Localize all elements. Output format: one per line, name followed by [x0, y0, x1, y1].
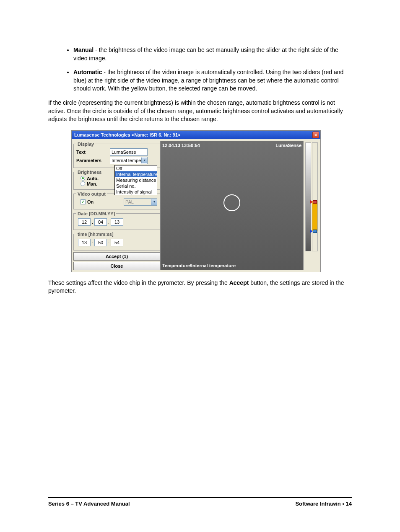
label-text: Text — [76, 150, 110, 155]
group-date-legend: Date [DD.MM.YY] — [76, 211, 116, 216]
slider-gray[interactable] — [305, 142, 311, 251]
preview-datetime: 12.04.13 13:50:54 — [162, 143, 200, 148]
close-icon[interactable]: × — [312, 132, 319, 138]
dropdown-opt-off[interactable]: Off — [115, 165, 157, 171]
chevron-down-icon: ▾ — [151, 199, 157, 205]
radio-man-label: Man. — [87, 181, 97, 186]
video-std-value: PAL — [125, 199, 134, 204]
group-date: Date [DD.MM.YY] 12 . 04 . 13 — [73, 211, 160, 230]
document-page: Manual - the brightness of the video ima… — [0, 0, 400, 532]
group-display-legend: Display — [76, 142, 95, 147]
time-min[interactable]: 50 — [94, 239, 107, 246]
paragraph-range: If the circle (representing the current … — [48, 99, 352, 124]
date-month[interactable]: 04 — [94, 218, 107, 226]
app-window: Lumasense Technologies <Name: ISR 6. Nr.… — [71, 130, 321, 272]
brightness-sliders — [305, 142, 318, 269]
preview-brand: LumaSense — [275, 143, 301, 148]
dropdown-opt-serial-no[interactable]: Serial no. — [115, 183, 157, 189]
parameters-dropdown[interactable]: Off Internal temperature Measuring dista… — [114, 165, 157, 195]
bullet-auto-label: Automatic — [73, 69, 102, 75]
checkbox-on-label: On — [87, 199, 94, 204]
dropdown-opt-measuring-distance[interactable]: Measuring distance — [115, 177, 157, 183]
bullet-manual: Manual - the brightness of the video ima… — [73, 46, 352, 62]
window-title: Lumasense Technologies <Name: ISR 6. Nr.… — [74, 132, 181, 137]
bullet-list: Manual - the brightness of the video ima… — [48, 46, 352, 93]
video-std-combo: PAL ▾ — [124, 198, 157, 206]
para2-a: These settings affect the video chip in … — [48, 279, 229, 286]
para2-bold: Accept — [229, 279, 249, 286]
text-input[interactable] — [110, 148, 148, 156]
bullet-manual-text: - the brightness of the video image can … — [73, 46, 338, 62]
label-parameters: Parameters — [76, 158, 110, 163]
footer-left: Series 6 – TV Advanced Manual — [48, 501, 130, 507]
video-preview: 12.04.13 13:50:54 LumaSense Temperature/… — [160, 141, 304, 270]
dropdown-opt-intensity[interactable]: Intensity of signal — [115, 189, 157, 195]
time-hour[interactable]: 13 — [78, 239, 91, 246]
bullet-auto-text: - the brightness of the video image is a… — [73, 69, 343, 92]
parameters-combo-value: Internal tempe — [112, 158, 141, 163]
group-time: time [hh:mm:ss] 13 : 50 : 54 — [73, 232, 160, 251]
footer-right: Software Infrawin • 14 — [295, 501, 352, 507]
preview-bottom-text: Temperature/Internal temperature — [162, 263, 236, 268]
slider-yellow[interactable] — [312, 142, 318, 251]
slider-handle-blue[interactable] — [310, 229, 319, 233]
titlebar: Lumasense Technologies <Name: ISR 6. Nr.… — [72, 131, 320, 139]
slider-handle-red[interactable] — [310, 200, 319, 204]
yellow-zone[interactable] — [312, 201, 317, 231]
time-sec[interactable]: 54 — [111, 239, 123, 246]
chevron-down-icon: ▾ — [141, 158, 147, 163]
group-brightness-legend: Brightness — [76, 170, 103, 175]
accept-button[interactable]: Accept (1) — [73, 252, 160, 261]
close-button[interactable]: Close — [73, 262, 160, 270]
group-time-legend: time [hh:mm:ss] — [76, 232, 115, 237]
parameters-combo[interactable]: Internal tempe ▾ — [110, 157, 148, 164]
group-display: Display Text Parameters Internal tempe ▾ — [73, 142, 160, 168]
date-day[interactable]: 12 — [78, 218, 91, 226]
group-video-output-legend: Video output — [76, 191, 107, 196]
dropdown-opt-internal-temp[interactable]: Internal temperature — [115, 171, 157, 177]
bullet-manual-label: Manual — [73, 46, 94, 53]
paragraph-accept: These settings affect the video chip in … — [48, 279, 352, 295]
page-footer: Series 6 – TV Advanced Manual Software I… — [48, 497, 352, 507]
radio-auto-label: Auto. — [87, 176, 99, 181]
checkbox-on[interactable]: ✓ On — [81, 199, 94, 204]
bullet-automatic: Automatic - the brightness of the video … — [73, 68, 352, 93]
date-year[interactable]: 13 — [111, 218, 123, 226]
brightness-circle — [223, 194, 240, 211]
